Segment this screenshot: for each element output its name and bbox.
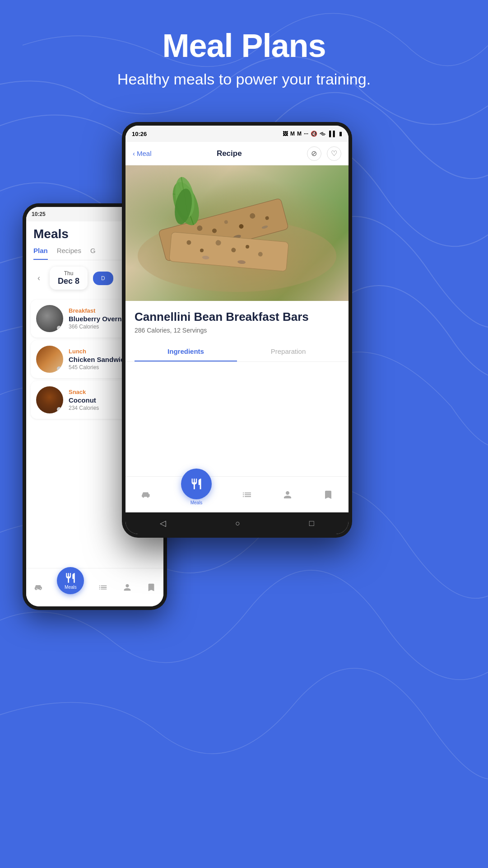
- front-wifi-icon: [320, 131, 327, 137]
- bookmark-icon: [146, 582, 157, 593]
- recipe-food-image: [125, 165, 349, 301]
- recipe-screen-title: Recipe: [217, 149, 242, 158]
- front-status-bar: 10:26 🖼 M M ··· 🔇 ▌▌ ▮: [125, 126, 349, 142]
- nav-meals-label: Meals: [65, 585, 77, 590]
- tab-plan[interactable]: Plan: [33, 247, 48, 260]
- nav-item-workout[interactable]: [33, 582, 44, 593]
- recipe-info: Cannellini Bean Breakfast Bars 286 Calor…: [125, 301, 349, 338]
- back-button[interactable]: ◁: [44, 221, 50, 230]
- meal-img-blueberry: [36, 305, 63, 332]
- front-recents-button[interactable]: □: [309, 519, 314, 528]
- front-battery-icon: ▮: [339, 131, 342, 137]
- front-mute-icon: 🔇: [311, 131, 317, 137]
- recipe-navbar: ‹ Meal Recipe ⊘ ♡: [125, 142, 349, 165]
- meal-img-coconut: [36, 386, 63, 413]
- meal-img-chicken: [36, 346, 63, 373]
- front-nav-meals-center[interactable]: [181, 469, 212, 499]
- header-section: Meal Plans Healthy meals to power your t…: [0, 27, 488, 90]
- front-shoe-icon: [140, 489, 151, 500]
- tab-g[interactable]: G: [90, 247, 96, 260]
- home-button[interactable]: ○: [93, 221, 98, 229]
- nav-item-saved[interactable]: [146, 582, 157, 593]
- block-icon: ⊘: [311, 149, 317, 158]
- back-label: Meal: [137, 150, 152, 157]
- page-subtitle: Healthy meals to power your training.: [0, 69, 488, 90]
- front-nav-log[interactable]: [242, 489, 252, 500]
- date-chip-active[interactable]: D: [93, 272, 113, 285]
- meal-indicator-lunch: [57, 366, 61, 371]
- front-nav-profile[interactable]: [282, 489, 293, 500]
- front-nav-workout[interactable]: [140, 489, 151, 500]
- heart-icon: ♡: [331, 149, 337, 158]
- front-img-icon: 🖼: [283, 131, 288, 137]
- recipe-action-buttons: ⊘ ♡: [307, 146, 341, 161]
- block-button[interactable]: ⊘: [307, 146, 321, 161]
- front-ellipsis-icon: ···: [304, 131, 308, 137]
- front-phone: 10:26 🖼 M M ··· 🔇 ▌▌ ▮ ‹ Meal Recipe: [122, 122, 352, 538]
- front-person-icon: [282, 489, 293, 500]
- meal-indicator: [57, 326, 61, 330]
- nav-item-log[interactable]: [98, 582, 108, 593]
- date-label: Dec 8: [58, 277, 79, 286]
- meal-indicator-snack: [57, 407, 61, 412]
- back-time: 10:25: [32, 211, 46, 217]
- front-bottom-nav: Meals: [125, 476, 349, 512]
- back-to-meal-button[interactable]: ‹ Meal: [133, 150, 152, 157]
- front-time: 10:26: [132, 131, 147, 137]
- front-signal-icon: ▌▌: [329, 131, 337, 137]
- nav-item-profile[interactable]: [122, 582, 133, 593]
- favorite-button[interactable]: ♡: [327, 146, 341, 161]
- front-mail2-icon: M: [297, 131, 302, 137]
- front-back-button[interactable]: ◁: [160, 518, 166, 528]
- day-label: Thu: [58, 270, 79, 277]
- front-nav-meals-label: Meals: [191, 500, 203, 505]
- front-meals-icon: [190, 478, 203, 490]
- prev-date-button[interactable]: ‹: [33, 273, 44, 284]
- list-icon: [98, 582, 108, 593]
- active-day-label: D: [101, 275, 105, 282]
- front-home-button[interactable]: ○: [235, 519, 240, 528]
- recipe-name: Cannellini Bean Breakfast Bars: [135, 310, 339, 324]
- tab-recipes[interactable]: Recipes: [57, 247, 81, 260]
- front-bookmark-icon: [323, 489, 334, 500]
- tab-preparation[interactable]: Preparation: [237, 342, 339, 361]
- front-nav-saved[interactable]: [323, 489, 334, 500]
- front-status-icons: 🖼 M M ··· 🔇 ▌▌ ▮: [283, 131, 342, 137]
- back-bottom-nav: Meals: [26, 568, 163, 606]
- nav-item-meals-center[interactable]: Meals: [57, 567, 84, 594]
- shoe-icon: [33, 582, 44, 593]
- page-title: Meal Plans: [0, 27, 488, 64]
- recipe-tabs: Ingredients Preparation: [125, 342, 349, 362]
- date-chip-thu[interactable]: Thu Dec 8: [50, 267, 88, 290]
- tab-ingredients[interactable]: Ingredients: [135, 342, 237, 361]
- front-mail1-icon: M: [290, 131, 295, 137]
- front-phone-screen: 10:26 🖼 M M ··· 🔇 ▌▌ ▮ ‹ Meal Recipe: [125, 126, 349, 534]
- front-list-icon: [242, 489, 252, 500]
- front-system-nav: ◁ ○ □: [125, 512, 349, 534]
- recipe-meta: 286 Calories, 12 Servings: [135, 327, 339, 334]
- person-icon: [122, 582, 133, 593]
- chevron-left-icon: ‹: [133, 150, 135, 157]
